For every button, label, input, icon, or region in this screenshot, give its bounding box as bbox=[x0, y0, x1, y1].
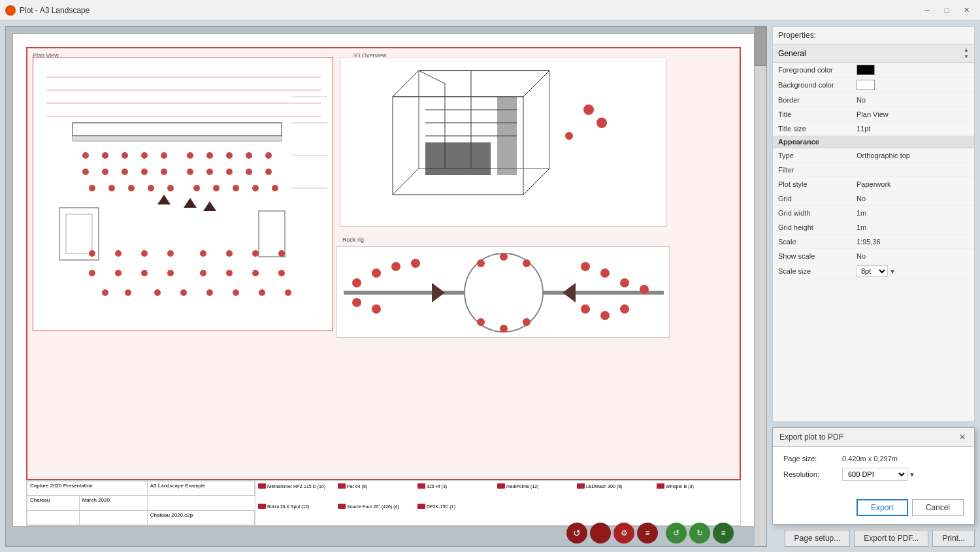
foreground-color-swatch[interactable] bbox=[857, 65, 875, 75]
canvas-area: Plan View bbox=[5, 26, 767, 547]
svg-line-72 bbox=[393, 71, 419, 97]
resolution-dropdown-arrow-icon: ▼ bbox=[909, 471, 915, 478]
vertical-scrollbar[interactable] bbox=[755, 27, 766, 546]
svg-point-97 bbox=[372, 304, 381, 314]
prop-row-border: Border No bbox=[773, 93, 974, 107]
dialog-buttons: Export Cancel bbox=[773, 494, 974, 524]
toolbar-btn-4[interactable]: ≡ bbox=[637, 523, 658, 544]
svg-point-9 bbox=[141, 152, 148, 159]
svg-point-49 bbox=[226, 270, 233, 276]
svg-rect-4 bbox=[73, 123, 282, 136]
svg-point-14 bbox=[246, 152, 252, 159]
legend-item: mediPointe (12) bbox=[497, 483, 576, 489]
svg-point-32 bbox=[213, 185, 220, 191]
scroll-down-icon[interactable]: ▼ bbox=[964, 54, 969, 60]
svg-point-54 bbox=[154, 289, 161, 296]
svg-point-47 bbox=[167, 270, 174, 276]
scalesize-label: Scale size bbox=[778, 267, 857, 275]
legend-item: LEDWash 300 (8) bbox=[577, 483, 655, 489]
legend-icon bbox=[338, 483, 346, 489]
bottom-buttons: Page setup... Export to PDF... Print... bbox=[772, 530, 975, 547]
svg-point-41 bbox=[226, 250, 233, 257]
cancel-button[interactable]: Cancel bbox=[912, 499, 964, 516]
svg-point-94 bbox=[391, 262, 400, 271]
canvas-inner: Plan View bbox=[12, 33, 755, 527]
page-size-label: Page size: bbox=[783, 455, 842, 463]
export-button[interactable]: Export bbox=[857, 499, 908, 516]
window-controls: ─ □ ✕ bbox=[919, 4, 975, 17]
page-setup-button[interactable]: Page setup... bbox=[785, 530, 851, 547]
resolution-label: Resolution: bbox=[783, 470, 842, 478]
legend-icon bbox=[417, 504, 425, 509]
legend-item: Source Four 26° (426) (4) bbox=[338, 504, 416, 509]
svg-marker-64 bbox=[184, 198, 197, 208]
legend-item: Whisper B (3) bbox=[657, 483, 735, 489]
toolbar-btn-3[interactable]: ⚙ bbox=[613, 523, 634, 544]
rock-rig-label: Rock rig bbox=[342, 236, 364, 243]
close-button[interactable]: ✕ bbox=[958, 4, 975, 17]
svg-point-56 bbox=[206, 289, 213, 296]
scrollbar-thumb[interactable] bbox=[755, 27, 766, 66]
grid-label: Grid bbox=[778, 195, 857, 203]
dialog-close-button[interactable]: ✕ bbox=[957, 432, 968, 442]
title-value: Plan View bbox=[857, 110, 969, 118]
svg-point-22 bbox=[206, 169, 213, 175]
svg-point-16 bbox=[82, 169, 89, 175]
dialog-content: Page size: 0,420m x 0,297m Resolution: 6… bbox=[773, 447, 974, 494]
maximize-button[interactable]: □ bbox=[938, 4, 955, 17]
title-label: Title bbox=[778, 110, 857, 118]
resolution-select[interactable]: 600 DPI 300 DPI 1200 DPI bbox=[842, 468, 907, 481]
svg-point-106 bbox=[620, 278, 629, 287]
toolbar-btn-1[interactable]: ↺ bbox=[566, 523, 587, 544]
svg-marker-63 bbox=[157, 195, 171, 204]
svg-point-7 bbox=[102, 152, 108, 159]
scroll-up-icon[interactable]: ▲ bbox=[964, 47, 969, 54]
svg-line-75 bbox=[523, 169, 549, 195]
svg-point-11 bbox=[187, 152, 193, 159]
minimize-button[interactable]: ─ bbox=[919, 4, 936, 17]
navigate-icon: ↺ bbox=[573, 528, 581, 538]
print-button[interactable]: Print... bbox=[932, 530, 975, 547]
svg-point-102 bbox=[500, 325, 508, 333]
svg-marker-111 bbox=[432, 283, 445, 302]
svg-point-86 bbox=[565, 132, 573, 140]
toolbar-btn-2[interactable]: ↻ bbox=[590, 523, 611, 544]
gridheight-label: Grid height bbox=[778, 223, 857, 231]
green-btn-1[interactable]: ↺ bbox=[666, 523, 687, 544]
svg-point-92 bbox=[352, 278, 361, 287]
legend-item: 329 Hf (3) bbox=[417, 483, 496, 489]
prop-row-plotstyle: Plot style Paperwork bbox=[773, 177, 974, 191]
legend-icon bbox=[417, 483, 425, 489]
svg-point-40 bbox=[200, 250, 206, 257]
legend-area: Niethammer HPZ 115 D (16)Par 64 (8)329 H… bbox=[255, 481, 740, 525]
svg-point-85 bbox=[596, 118, 607, 128]
green-btn-3[interactable]: ≡ bbox=[713, 523, 734, 544]
page-size-row: Page size: 0,420m x 0,297m bbox=[783, 455, 964, 463]
svg-point-99 bbox=[500, 253, 508, 261]
green-btn-2[interactable]: ↻ bbox=[689, 523, 710, 544]
svg-point-84 bbox=[583, 105, 594, 115]
svg-rect-5 bbox=[73, 136, 282, 141]
section-general: General bbox=[778, 49, 806, 58]
prop-row-background: Background color bbox=[773, 78, 974, 93]
window-title: Plot - A3 Landscape bbox=[20, 6, 90, 15]
prop-row-titlesize: Title size 11pt bbox=[773, 122, 974, 136]
svg-point-33 bbox=[233, 185, 239, 191]
svg-point-95 bbox=[411, 259, 420, 268]
gear-icon: ⚙ bbox=[621, 528, 628, 538]
svg-line-74 bbox=[393, 169, 419, 195]
svg-point-20 bbox=[161, 169, 167, 175]
prop-row-scalesize: Scale size 8pt 10pt 12pt ▼ bbox=[773, 263, 974, 280]
green-back-icon: ↺ bbox=[673, 528, 679, 538]
scroll-arrows[interactable]: ▲ ▼ bbox=[964, 47, 969, 59]
green-menu-icon: ≡ bbox=[721, 528, 725, 538]
svg-marker-112 bbox=[563, 283, 576, 302]
properties-title: Properties: bbox=[773, 27, 974, 44]
legend-icon bbox=[577, 483, 585, 489]
svg-line-78 bbox=[419, 71, 445, 84]
svg-point-45 bbox=[115, 270, 122, 276]
background-color-swatch[interactable] bbox=[857, 80, 875, 90]
export-pdf-button[interactable]: Export to PDF... bbox=[854, 530, 928, 547]
svg-point-37 bbox=[115, 250, 122, 257]
scalesize-select[interactable]: 8pt 10pt 12pt bbox=[857, 265, 888, 277]
